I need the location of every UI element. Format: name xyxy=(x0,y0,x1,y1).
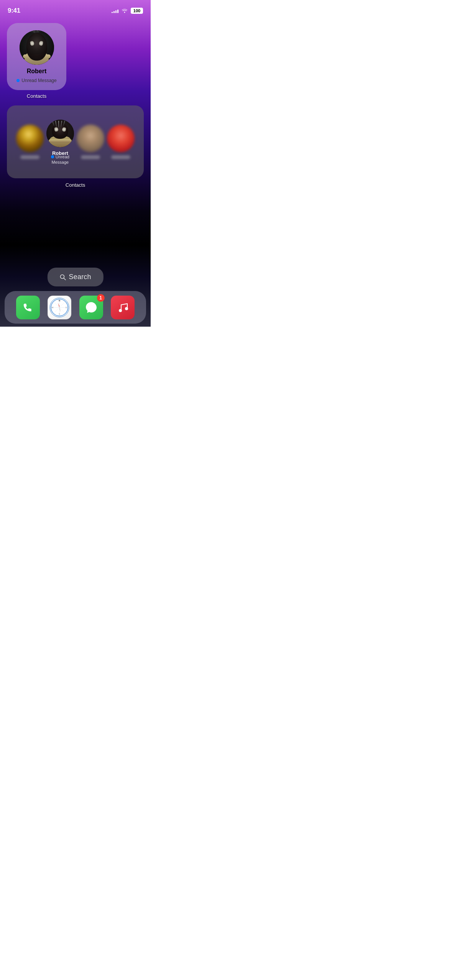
battery-icon: 100 xyxy=(131,8,143,14)
small-widget-label: Contacts xyxy=(7,93,66,99)
messages-app-icon[interactable]: 1 xyxy=(79,296,103,319)
svg-point-14 xyxy=(119,309,122,312)
status-time: 9:41 xyxy=(8,7,20,15)
contact-name-small: Robert xyxy=(27,68,47,75)
music-icon xyxy=(116,301,129,314)
safari-app-icon[interactable]: N S E W xyxy=(48,296,71,319)
list-item[interactable] xyxy=(76,125,106,159)
large-widget-label: Contacts xyxy=(0,182,151,188)
status-bar: 9:41 100 xyxy=(0,0,151,17)
badge-count: 1 xyxy=(99,295,102,301)
list-item[interactable]: Robert Unread Message xyxy=(45,120,75,164)
unread-indicator: Unread Message xyxy=(51,155,69,164)
contact-name-robert: Robert Unread Message xyxy=(51,150,69,164)
svg-text:N: N xyxy=(59,299,61,302)
dock: N S E W 1 xyxy=(5,291,146,324)
avatar xyxy=(46,120,74,147)
unread-label: Unread Message xyxy=(21,78,56,83)
unread-text: Unread xyxy=(56,155,69,159)
contact-widget-large[interactable]: Robert Unread Message xyxy=(7,105,144,178)
list-item[interactable] xyxy=(15,125,45,159)
phone-app-icon[interactable] xyxy=(16,296,40,319)
svg-text:W: W xyxy=(52,306,54,309)
messages-badge: 1 xyxy=(97,294,105,302)
contact-name-blurred xyxy=(111,155,130,159)
search-button[interactable]: Search xyxy=(47,268,103,286)
avatar xyxy=(107,125,135,152)
search-label: Search xyxy=(69,273,91,281)
phone-icon xyxy=(21,301,35,314)
contact-name-blurred xyxy=(81,155,100,159)
home-screen: 9:41 100 xyxy=(0,0,151,327)
safari-icon: N S E W xyxy=(49,298,69,317)
contact-widget-small[interactable]: Robert Unread Message xyxy=(7,23,66,90)
unread-dot xyxy=(16,79,20,82)
search-icon xyxy=(59,274,66,280)
status-icons: 100 xyxy=(112,8,143,14)
unread-indicator: Unread Message xyxy=(16,78,56,83)
contact-name-blurred xyxy=(20,155,39,159)
signal-icon xyxy=(112,8,118,13)
avatar xyxy=(20,30,54,65)
svg-point-15 xyxy=(125,307,128,310)
avatar xyxy=(77,125,104,152)
avatar xyxy=(16,125,44,152)
unread-text-2: Message xyxy=(52,160,69,164)
music-app-icon[interactable] xyxy=(111,296,135,319)
list-item[interactable] xyxy=(106,125,136,159)
svg-line-1 xyxy=(64,278,66,280)
messages-icon xyxy=(84,301,98,314)
unread-dot xyxy=(51,155,54,158)
wifi-icon xyxy=(121,8,128,14)
